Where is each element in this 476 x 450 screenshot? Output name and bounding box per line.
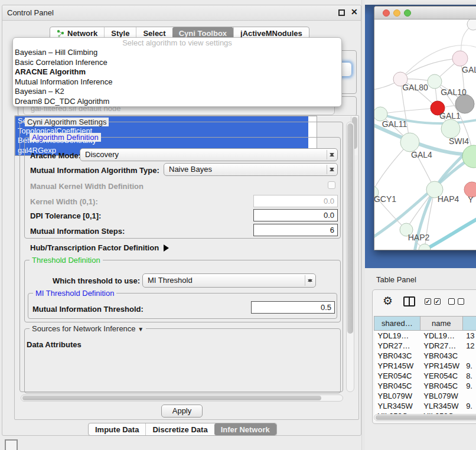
table-cell: YDR27… [374, 341, 420, 351]
table-row[interactable]: YER054CYER054C8. [374, 371, 476, 381]
table-column-header[interactable]: name [420, 317, 462, 331]
table-settings-gear-icon[interactable]: ⚙ [383, 294, 393, 308]
split-view-icon[interactable] [403, 296, 415, 306]
tab-label: jActiveMNodules [240, 29, 302, 38]
close-panel-icon[interactable]: ✕ [351, 7, 358, 17]
tab-impute-data[interactable]: Impute Data [89, 423, 145, 435]
algorithm-popup-placeholder: Select algorithm to view settings [13, 38, 341, 48]
hub-factor-label: Hub/Transcription Factor Definition [30, 243, 159, 252]
table-row[interactable]: YDR27…YDR27…12 [374, 341, 476, 351]
table-cell: 9. [462, 361, 476, 371]
table-cell: YBR045C [420, 381, 462, 391]
control-panel-titlebar: Control Panel ✕ [2, 5, 361, 21]
float-panel-icon[interactable] [338, 9, 345, 16]
table-cell: YPR145W [374, 361, 420, 371]
network-node-label: HAP2 [408, 233, 430, 242]
mi-threshold-field[interactable]: 0.5 [251, 301, 335, 314]
network-node-gal[interactable] [452, 51, 468, 66]
zoom-window-icon[interactable] [404, 9, 411, 17]
aracne-mode-value: Discovery [85, 150, 119, 159]
network-graph[interactable]: GALGAL80GAL10GAL1GAL11SWI4GAL4GCY1HAP4YH… [374, 19, 476, 250]
mi-algorithm-type-value: Naive Bayes [169, 165, 212, 174]
table-row[interactable]: YPR145WYPR145W9. [374, 361, 476, 371]
network-node-gal4[interactable] [400, 133, 419, 152]
tab-label: Discretize Data [152, 425, 207, 434]
table-cell: 12 [462, 341, 476, 351]
table-row[interactable]: YBL079WYBL079W [374, 391, 476, 401]
table-cell: YBL079W [420, 391, 462, 401]
network-node[interactable] [441, 119, 460, 138]
cyni-algorithm-settings-title: Cyni Algorithm Settings [25, 118, 109, 126]
mi-steps-label: Mutual Information Steps: [30, 227, 125, 236]
network-node-label: GAL4 [411, 150, 432, 159]
algorithm-option[interactable]: Dream8 DC_TDC Algorithm [13, 97, 341, 107]
network-node-label: GAL10 [441, 87, 467, 97]
kernel-width-field[interactable]: 0.0 [253, 195, 338, 207]
aracne-mode-combo[interactable]: Discovery [80, 148, 338, 161]
collapse-down-icon: ▼ [138, 326, 144, 332]
sources-title[interactable]: Sources for Network Inference ▼ [30, 324, 146, 334]
settings-horizontal-scrollbar[interactable] [21, 394, 343, 402]
algorithm-option[interactable]: Bayesian – Hill Climbing [13, 48, 341, 58]
table-cell: YLR345W [420, 401, 462, 411]
algorithm-option[interactable]: ARACNE Algorithm [13, 67, 341, 77]
mi-steps-field[interactable]: 6 [253, 224, 338, 236]
kernel-width-label: Kernel Width (0,1): [30, 197, 98, 206]
network-node-gal10[interactable] [428, 74, 442, 89]
tab-label: Select [143, 29, 165, 38]
algorithm-popup-items: Bayesian – Hill ClimbingBasic Correlatio… [13, 48, 341, 107]
tab-infer-network[interactable]: Infer Network [214, 423, 276, 435]
table-row[interactable]: YBR045CYBR045C9. [374, 381, 476, 391]
table-horizontal-scrollbar[interactable] [374, 414, 476, 421]
node-attribute-table[interactable]: shared…nameYDL19…YDL19…13YDR27…YDR27…12Y… [374, 316, 476, 421]
combo-stepper-icon [328, 164, 335, 175]
algorithm-option[interactable]: Bayesian – K2 [13, 87, 341, 97]
checked-checkbox-icon[interactable]: ✓ [425, 298, 431, 305]
apply-button[interactable]: Apply [161, 405, 203, 418]
algorithm-definition-title: Algorithm Definition [30, 133, 101, 142]
network-edge[interactable] [380, 108, 438, 114]
table-row[interactable]: YLR345WYLR345W9. [374, 401, 476, 411]
unchecked-checkbox-icon[interactable] [458, 298, 464, 305]
network-window-titlebar[interactable] [374, 6, 476, 19]
table-column-header[interactable]: shared… [374, 317, 420, 331]
screen: Control Panel ✕ NetworkStyleSelectCyni T… [0, 0, 476, 450]
mi-algorithm-type-label: Mutual Information Algorithm Type: [30, 166, 159, 175]
algorithm-option[interactable]: Basic Correlation Inference [13, 58, 341, 68]
network-view-window[interactable]: GALGAL80GAL10GAL1GAL11SWI4GAL4GCY1HAP4YH… [374, 6, 476, 250]
hub-factor-section[interactable]: Hub/Transcription Factor Definition [30, 243, 172, 252]
table-column-header[interactable] [462, 317, 476, 331]
network-node-label: GAL80 [402, 83, 428, 92]
control-panel-title: Control Panel [7, 8, 54, 17]
combo-stepper-icon [307, 274, 314, 287]
unchecked-checkbox-icon[interactable] [448, 298, 455, 305]
tab-label: Impute Data [95, 425, 139, 434]
network-node-swi4[interactable] [462, 145, 476, 168]
settings-panel: Cyni Algorithm Settings Algorithm Defini… [14, 115, 359, 420]
sources-title-text: Sources for Network Inference [32, 324, 136, 333]
manual-kernel-width-checkbox[interactable] [328, 181, 335, 189]
table-cell: YER054C [420, 371, 462, 381]
close-window-icon[interactable] [383, 9, 390, 17]
checked-checkbox-icon[interactable]: ✓ [434, 298, 441, 305]
tab-discretize-data[interactable]: Discretize Data [145, 423, 214, 435]
dpi-tolerance-field[interactable]: 0.0 [253, 209, 338, 221]
mi-algorithm-type-combo[interactable]: Naive Bayes [164, 163, 338, 176]
mi-threshold-definition-title: MI Threshold Definition [33, 289, 116, 298]
expand-right-icon [164, 244, 172, 252]
settings-vertical-scrollbar[interactable] [346, 122, 354, 392]
docked-panel-icon[interactable] [5, 439, 18, 450]
table-row[interactable]: YDL19…YDL19…13 [374, 331, 476, 341]
table-cell: YLR345W [374, 401, 420, 411]
algorithm-option[interactable]: Mutual Information Inference [13, 77, 341, 87]
table-cell: YBL079W [374, 391, 420, 401]
network-node[interactable] [419, 244, 431, 250]
which-threshold-combo[interactable]: MI Threshold [142, 273, 316, 288]
manual-kernel-width-label: Manual Kernel Width Definition [30, 182, 144, 191]
minimize-window-icon[interactable] [393, 9, 400, 17]
table-row[interactable]: YBR043CYBR043C [374, 351, 476, 361]
table-cell: YBR045C [374, 381, 420, 391]
table-panel: Table Panel ⚙ ✓ ✓ shared…nameYDL19…YDL19… [365, 268, 476, 450]
data-attributes-label: Data Attributes [27, 340, 81, 349]
network-node-label: SWI4 [449, 136, 469, 146]
